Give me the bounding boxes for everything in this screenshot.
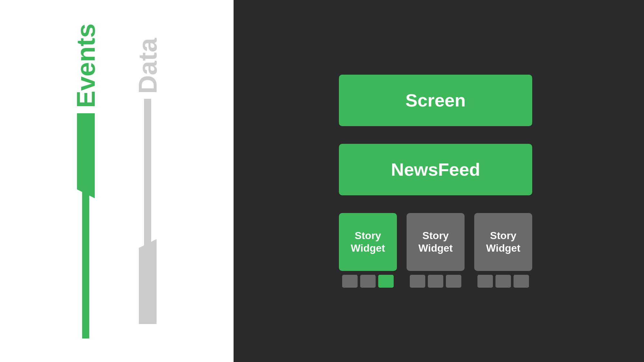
story-widget-label-2: Story Widget	[407, 229, 465, 254]
data-arrow-group: Data	[133, 38, 163, 324]
story-widget-dots-1	[342, 275, 394, 288]
events-label: Events	[71, 23, 101, 108]
screen-label: Screen	[406, 90, 466, 111]
dot-3-1	[477, 275, 493, 288]
dot-1-1	[342, 275, 358, 288]
events-arrow-icon	[77, 113, 95, 339]
left-panel: Events Data	[0, 0, 234, 362]
story-widget-dots-2	[410, 275, 461, 288]
right-panel: Screen NewsFeed Story Widget	[234, 0, 644, 362]
dot-2-3	[446, 275, 461, 288]
story-widget-box-3: Story Widget	[474, 213, 532, 271]
story-widget-label-1: Story Widget	[339, 229, 397, 254]
dot-2-1	[410, 275, 425, 288]
newsfeed-box: NewsFeed	[339, 144, 532, 195]
story-widget-group-1: Story Widget	[339, 213, 397, 288]
widgets-layout: Screen NewsFeed Story Widget	[339, 75, 539, 288]
newsfeed-label: NewsFeed	[391, 159, 480, 180]
arrows-container: Events Data	[71, 23, 163, 338]
story-widget-dots-3	[477, 275, 529, 288]
dot-3-2	[495, 275, 511, 288]
dot-1-2	[360, 275, 376, 288]
data-arrow-icon	[139, 99, 157, 324]
dot-3-3	[514, 275, 529, 288]
story-widget-group-3: Story Widget	[474, 213, 532, 288]
story-widget-box-1: Story Widget	[339, 213, 397, 271]
screen-box: Screen	[339, 75, 532, 126]
story-widget-label-3: Story Widget	[474, 229, 532, 254]
story-widgets-row: Story Widget Story Widget	[339, 213, 532, 288]
story-widget-box-2: Story Widget	[407, 213, 465, 271]
data-label: Data	[133, 38, 163, 94]
story-widget-group-2: Story Widget	[407, 213, 465, 288]
dot-1-3	[378, 275, 394, 288]
events-arrow-group: Events	[71, 23, 101, 338]
dot-2-2	[428, 275, 443, 288]
